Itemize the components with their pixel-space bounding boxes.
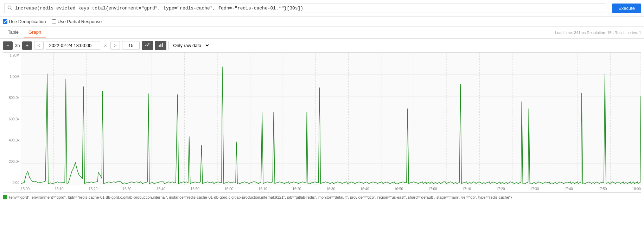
raw-data-select[interactable]: Only raw data Stack Lines (168, 41, 210, 50)
x-label-1620: 16:20 (292, 187, 301, 191)
options-row: Use Deduplication Use Partial Response (0, 17, 644, 27)
x-label-1510: 15:10 (55, 187, 64, 191)
svg-rect-4 (162, 43, 163, 47)
next-time-button[interactable]: > (110, 41, 120, 50)
svg-line-1 (11, 9, 12, 10)
y-label-800k: 800.0k (4, 96, 19, 100)
x-axis: 15:00 15:10 15:20 15:30 15:40 15:50 16:0… (21, 185, 641, 192)
search-container (4, 4, 606, 13)
x-label-1710: 17:10 (462, 187, 471, 191)
chart-container: 0.00 200.0k 400.0k 600.0k 800.0k 1.00M 1… (3, 52, 641, 193)
svg-rect-3 (160, 44, 161, 47)
chart-inner (21, 53, 641, 185)
deduplication-text: Use Deduplication (9, 19, 46, 24)
y-label-0: 0.00 (4, 181, 19, 185)
x-label-1740: 17:40 (564, 187, 573, 191)
x-label-1520: 15:20 (89, 187, 97, 191)
partial-response-checkbox[interactable] (52, 19, 56, 24)
chart-wrapper: 0.00 200.0k 400.0k 600.0k 800.0k 1.00M 1… (0, 52, 644, 193)
y-label-200k: 200.0k (4, 160, 19, 164)
svg-rect-2 (159, 45, 160, 47)
x-label-1800: 18:00 (632, 187, 641, 191)
query-input[interactable] (15, 6, 603, 11)
x-label-1630: 16:30 (326, 187, 335, 191)
deduplication-checkbox[interactable] (3, 19, 7, 24)
bar-chart-button[interactable] (155, 41, 166, 50)
legend-text: {env="gprd", environment="gprd", fqdn="r… (9, 195, 512, 199)
search-icon (7, 5, 12, 11)
tab-table[interactable]: Table (3, 27, 24, 38)
x-label-1530: 15:30 (123, 187, 132, 191)
tabs: Table Graph (3, 27, 46, 38)
y-label-1m: 1.00M (4, 75, 19, 79)
zoom-out-button[interactable]: − (3, 41, 13, 50)
x-label-1550: 15:50 (191, 187, 199, 191)
y-label-600k: 600.0k (4, 117, 19, 121)
step-input[interactable] (122, 41, 140, 50)
legend-color-swatch (3, 195, 7, 199)
line-chart-button[interactable] (142, 41, 153, 50)
tab-meta: Load time: 341ms Resolution: 15s Result … (555, 31, 641, 35)
x-label-1610: 16:10 (259, 187, 267, 191)
time-range-label: 3h (15, 43, 20, 48)
partial-response-text: Use Partial Response (58, 19, 102, 24)
legend: {env="gprd", environment="gprd", fqdn="r… (0, 193, 644, 201)
x-label-1600: 16:00 (224, 187, 233, 191)
x-label-1650: 16:50 (394, 187, 403, 191)
y-label-1-2m: 1.20M (4, 53, 19, 57)
execute-button[interactable]: Execute (612, 4, 641, 13)
chart-line (21, 67, 641, 184)
partial-response-label[interactable]: Use Partial Response (52, 19, 102, 24)
x-label-1640: 16:40 (360, 187, 369, 191)
x-label-1750: 17:50 (598, 187, 607, 191)
tab-graph[interactable]: Graph (24, 27, 46, 38)
clear-datetime-button[interactable]: × (102, 42, 108, 49)
search-bar: Execute (0, 0, 644, 17)
deduplication-label[interactable]: Use Deduplication (3, 19, 46, 24)
x-label-1720: 17:20 (496, 187, 505, 191)
x-label-1540: 15:40 (157, 187, 165, 191)
x-label-1500: 15:00 (21, 187, 30, 191)
datetime-input[interactable] (46, 41, 100, 50)
tab-row: Table Graph Load time: 341ms Resolution:… (0, 27, 644, 39)
y-label-400k: 400.0k (4, 138, 19, 142)
x-label-1700: 17:00 (428, 187, 437, 191)
zoom-in-button[interactable]: + (22, 41, 32, 50)
prev-time-button[interactable]: < (34, 41, 44, 50)
controls-row: − 3h + < × > Only raw data Stack Lines (0, 39, 644, 52)
y-axis: 0.00 200.0k 400.0k 600.0k 800.0k 1.00M 1… (3, 53, 21, 185)
x-label-1730: 17:30 (530, 187, 539, 191)
